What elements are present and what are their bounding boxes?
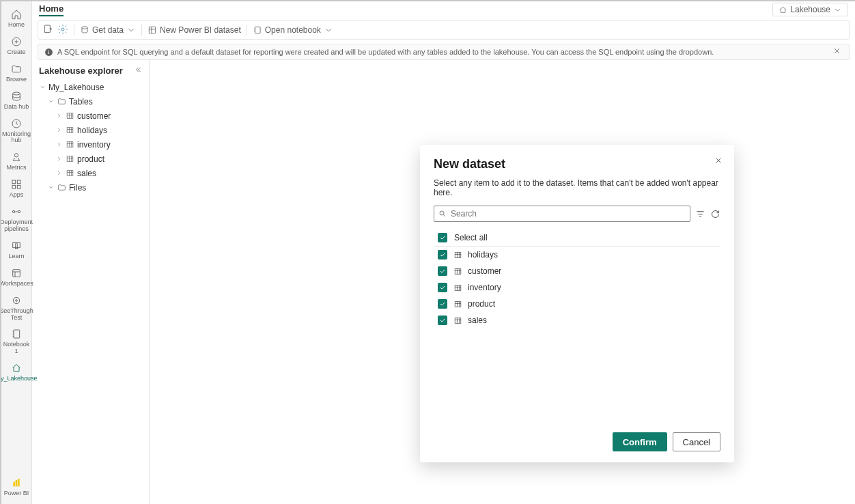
nav-learn-label: Learn: [8, 253, 24, 260]
tree-table-label: customer: [77, 111, 111, 121]
lakehouse-explorer: Lakehouse explorer My_Lakehouse Tables: [32, 60, 150, 504]
nav-powerbi[interactable]: Power BI: [1, 474, 31, 501]
nav-notebook[interactable]: Notebook 1: [1, 325, 31, 359]
new-pbi-dataset-button[interactable]: New Power BI dataset: [148, 25, 241, 35]
dataset-item-product[interactable]: product: [434, 296, 720, 312]
nav-seethrough[interactable]: SeeThrough Test: [1, 292, 31, 326]
tree-files-label: Files: [69, 183, 86, 193]
svg-point-1: [13, 92, 20, 95]
create-icon: [10, 36, 23, 48]
svg-rect-15: [16, 480, 18, 486]
get-data-button[interactable]: Get data: [80, 25, 136, 35]
checkbox-checked-icon[interactable]: [438, 266, 447, 276]
svg-point-8: [12, 210, 14, 212]
tab-home[interactable]: Home: [39, 3, 64, 16]
nav-pipelines[interactable]: Deployment pipelines: [1, 203, 31, 237]
svg-rect-25: [67, 113, 73, 119]
search-input[interactable]: [451, 209, 686, 219]
nav-rail: Home Create Browse Data hub Monitoring h…: [1, 1, 32, 504]
info-banner: A SQL endpoint for SQL querying and a de…: [38, 44, 850, 60]
nav-workspaces[interactable]: Workspaces: [1, 264, 31, 292]
checkbox-checked-icon[interactable]: [438, 283, 447, 292]
banner-close-button[interactable]: [830, 47, 843, 57]
tree-files[interactable]: Files: [32, 180, 149, 195]
datahub-icon: [10, 90, 23, 102]
nav-metrics[interactable]: Metrics: [1, 148, 31, 176]
tree-table-sales[interactable]: sales: [32, 166, 149, 180]
svg-rect-21: [255, 27, 260, 33]
new-item-button[interactable]: [42, 24, 53, 37]
nav-monitoring[interactable]: Monitoring hub: [1, 115, 31, 149]
svg-point-30: [440, 211, 444, 215]
folder-icon: [57, 97, 66, 106]
svg-point-9: [18, 210, 20, 212]
nav-home[interactable]: Home: [1, 5, 31, 33]
tree-root-label: My_Lakehouse: [48, 83, 104, 92]
view-switch-label: Lakehouse: [790, 5, 830, 14]
banner-text: A SQL endpoint for SQL querying and a de…: [57, 48, 714, 56]
tree-root[interactable]: My_Lakehouse: [32, 80, 149, 94]
nav-pipelines-label: Deployment pipelines: [1, 219, 33, 233]
svg-rect-35: [455, 318, 461, 323]
tree-table-inventory[interactable]: inventory: [32, 137, 149, 152]
info-icon: [44, 47, 53, 57]
checkbox-checked-icon[interactable]: [438, 316, 447, 325]
svg-rect-28: [67, 156, 73, 162]
tree-tables[interactable]: Tables: [32, 94, 149, 109]
dataset-item-inventory[interactable]: inventory: [434, 279, 720, 296]
svg-rect-29: [67, 171, 73, 176]
svg-rect-10: [13, 269, 20, 277]
nav-browse-label: Browse: [6, 76, 27, 83]
pipelines-icon: [10, 206, 23, 218]
settings-button[interactable]: [57, 24, 68, 37]
new-pbi-label: New Power BI dataset: [160, 25, 241, 35]
explorer-title: Lakehouse explorer: [39, 66, 123, 76]
monitoring-icon: [10, 117, 23, 130]
cancel-button[interactable]: Cancel: [673, 432, 720, 451]
tree-table-product[interactable]: product: [32, 152, 149, 166]
lakehouse-icon: [10, 362, 23, 374]
dataset-item-customer[interactable]: customer: [434, 263, 720, 279]
table-icon: [65, 140, 74, 149]
dataset-item-label: product: [468, 299, 495, 309]
checkbox-checked-icon[interactable]: [438, 299, 447, 309]
seethrough-icon: [10, 294, 23, 307]
chevron-down-icon: [47, 98, 54, 104]
table-icon: [453, 299, 462, 309]
tree-table-holidays[interactable]: holidays: [32, 123, 149, 137]
chevron-down-icon: [47, 184, 54, 191]
notebook-icon: [10, 328, 23, 340]
nav-apps[interactable]: Apps: [1, 176, 31, 203]
view-switch-dropdown[interactable]: Lakehouse: [772, 3, 848, 16]
svg-rect-27: [67, 142, 73, 148]
dataset-item-label: customer: [468, 266, 501, 276]
svg-rect-4: [12, 180, 16, 184]
svg-rect-14: [13, 482, 15, 487]
refresh-button[interactable]: [710, 208, 720, 219]
checkbox-checked-icon[interactable]: [438, 250, 447, 260]
dataset-item-sales[interactable]: sales: [434, 312, 720, 328]
confirm-button[interactable]: Confirm: [613, 432, 667, 451]
top-header: Home Lakehouse: [32, 1, 855, 18]
nav-create[interactable]: Create: [1, 33, 31, 60]
nav-mylakehouse[interactable]: My_Lakehouse: [1, 359, 31, 387]
nav-learn[interactable]: Learn: [1, 237, 31, 264]
tree-tables-label: Tables: [69, 97, 93, 107]
checkbox-checked-icon[interactable]: [438, 233, 447, 242]
tree-table-customer[interactable]: customer: [32, 109, 149, 123]
select-all-label: Select all: [454, 233, 488, 242]
svg-rect-16: [18, 479, 20, 486]
filter-button[interactable]: [695, 208, 705, 219]
dialog-close-button[interactable]: [712, 154, 725, 167]
select-all-row[interactable]: Select all: [434, 230, 720, 247]
open-notebook-button[interactable]: Open notebook: [253, 25, 333, 35]
chevron-down-icon: [324, 25, 333, 35]
table-icon: [453, 250, 462, 260]
nav-browse[interactable]: Browse: [1, 60, 31, 87]
search-input-wrapper[interactable]: [434, 206, 690, 222]
collapse-explorer-button[interactable]: [134, 66, 142, 76]
chevron-right-icon: [55, 127, 62, 133]
search-icon: [438, 210, 447, 218]
nav-datahub[interactable]: Data hub: [1, 87, 31, 115]
dataset-item-holidays[interactable]: holidays: [434, 247, 720, 263]
